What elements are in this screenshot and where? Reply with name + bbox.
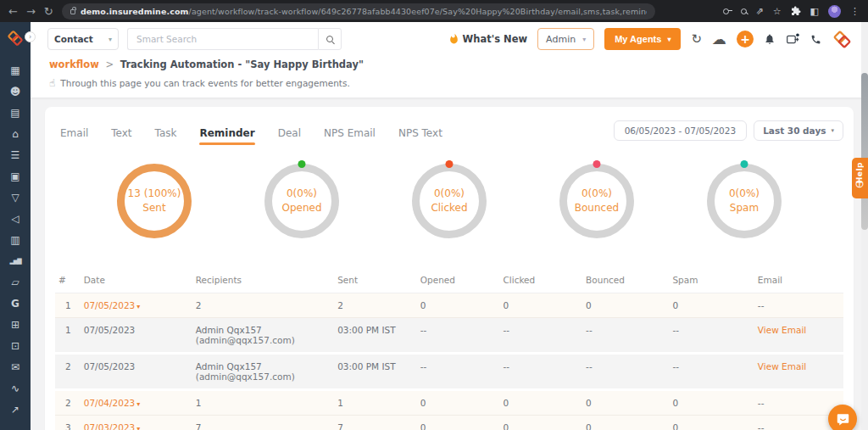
add-new-button[interactable]: + [737, 31, 754, 47]
search-button[interactable] [318, 28, 342, 50]
share-icon[interactable]: ⇗ [756, 7, 764, 16]
table-body: 107/05/2023▾220000--107/05/2023Admin Qqx… [55, 293, 843, 430]
tracking-card: EmailTextTaskReminderDealNPS EmailNPS Te… [45, 107, 854, 430]
agency-icon: ⌂ [12, 128, 19, 140]
column-header-num: # [55, 267, 81, 293]
breadcrumb-workflow-link[interactable]: workflow [49, 59, 99, 70]
sidebar-item-files[interactable]: ▱ [0, 271, 31, 293]
my-agents-button[interactable]: My Agents ▾ [604, 28, 681, 50]
view-email-link[interactable]: View Email [758, 325, 806, 335]
column-header-clicked: Clicked [499, 267, 582, 293]
menu-dots-icon[interactable]: ⋮ [850, 7, 860, 16]
table-row: 307/03/2023▾770000-- [55, 416, 843, 430]
sidebar-item-dashboard[interactable]: ▦ [0, 59, 31, 81]
contacts-icon: ☻ [10, 86, 21, 98]
date-range-input[interactable]: 06/05/2023 - 07/05/2023 [614, 120, 748, 141]
sidebar-item-contacts[interactable]: ☻ [0, 81, 31, 102]
cell-date: 07/05/2023 [81, 354, 192, 390]
sidebar-item-pipelines[interactable]: ☰ [0, 144, 31, 165]
cell-sent: 03:00 PM IST [334, 354, 417, 390]
view-email-link[interactable]: View Email [758, 361, 806, 371]
tab-text[interactable]: Text [111, 127, 131, 145]
tab-nps-email[interactable]: NPS Email [324, 127, 376, 145]
table-row: 107/05/2023▾220000-- [55, 293, 843, 318]
tab-bar: EmailTextTaskReminderDealNPS EmailNPS Te… [60, 127, 442, 145]
donut-label: Sent [128, 201, 181, 215]
phone-icon[interactable] [810, 34, 821, 45]
cell-recipients: Admin Qqx157(admin@qqx157.com) [192, 318, 334, 354]
date-expand-link[interactable]: 07/04/2023▾ [84, 398, 141, 408]
reload-icon[interactable]: ↻ [44, 5, 53, 18]
sidebar-item-contact-card[interactable]: ▣ [0, 165, 31, 187]
date-expand-link[interactable]: 07/03/2023▾ [84, 422, 141, 430]
cell-spam: -- [669, 354, 754, 390]
sidebar-item-reports[interactable]: ↗ [0, 399, 31, 420]
cell-bounced: -- [582, 354, 669, 390]
bookmark-star-icon[interactable]: ☆ [773, 7, 782, 16]
donut-ring-sent: 13 (100%)Sent [117, 164, 192, 238]
cloud-backup-icon[interactable]: ☁ [712, 32, 726, 47]
sync-icon[interactable]: ↻ [691, 33, 702, 46]
donut-ring-bounced: 0(0%)Bounced [559, 164, 634, 238]
search-input[interactable] [127, 28, 318, 50]
scrollbar-thumb[interactable] [861, 73, 868, 230]
notifications-bell-icon[interactable] [764, 33, 776, 45]
extensions-puzzle-icon[interactable] [791, 6, 801, 16]
cell-sent: 1 [334, 390, 417, 416]
sidebar-item-calendar[interactable]: ⊡ [0, 335, 31, 356]
sidebar-item-google[interactable]: G [0, 293, 31, 314]
message-export-icon[interactable] [786, 33, 800, 46]
contact-dropdown[interactable]: Contact ▾ [47, 28, 119, 50]
browser-profile-avatar[interactable] [828, 5, 841, 18]
sidebar-item-email[interactable]: ✉ [0, 356, 31, 377]
email-icon: ✉ [11, 361, 19, 373]
calendar-icon: ⊡ [11, 340, 19, 352]
sidebar-item-campaigns[interactable]: ◁ [0, 208, 31, 229]
sidebar-item-policies[interactable]: ▤ [0, 102, 31, 123]
date-preset-dropdown[interactable]: Last 30 days ▾ [754, 120, 843, 141]
insuredmine-logo-icon[interactable] [832, 29, 853, 50]
zoom-icon[interactable] [741, 8, 747, 14]
pointer-hand-icon: ☝ [49, 77, 55, 89]
sidebar-item-agency[interactable]: ⌂ [0, 123, 31, 144]
admin-dropdown-label: Admin [546, 34, 576, 45]
tab-nps-text[interactable]: NPS Text [398, 127, 442, 145]
page-scrollbar [861, 22, 868, 430]
cell-num: 2 [55, 354, 81, 390]
date-preset-label: Last 30 days [763, 126, 826, 136]
analytics-icon: ▂▅▇ [9, 258, 20, 265]
files-icon: ▱ [11, 276, 19, 288]
sidebar-item-funnel[interactable]: ▽ [0, 187, 31, 208]
cell-sent: 03:00 PM IST [334, 318, 417, 354]
tab-deal[interactable]: Deal [278, 127, 301, 145]
sidebar-collapse-toggle[interactable]: › [25, 31, 36, 42]
donut-label: Bounced [575, 201, 619, 215]
insuredmine-logo-icon[interactable] [6, 29, 25, 47]
whats-new-label: What's New [463, 33, 528, 45]
tab-reminder[interactable]: Reminder [199, 127, 254, 145]
browser-chrome: ← → ↻ demo.insuredmine.com/agent/workflo… [0, 0, 868, 22]
side-panel-icon[interactable]: ◧ [810, 7, 819, 16]
donut-ring-spam: 0(0%)Spam [707, 164, 782, 238]
date-expand-link[interactable]: 07/05/2023▾ [84, 300, 141, 310]
whats-new-link[interactable]: What's New [448, 33, 528, 45]
cell-spam: 0 [669, 390, 754, 416]
tab-email[interactable]: Email [60, 127, 88, 145]
help-tab[interactable]: ⓘ Help [852, 158, 868, 198]
lock-icon [70, 9, 75, 14]
chat-widget-button[interactable] [828, 405, 857, 430]
sidebar-item-templates[interactable]: ▥ [0, 229, 31, 250]
admin-dropdown[interactable]: Admin ▾ [537, 28, 594, 50]
page-title: Tracking Automation - "Say Happy Birthda… [120, 59, 364, 70]
password-key-icon[interactable] [723, 9, 732, 13]
sidebar-item-analytics[interactable]: ▂▅▇ [0, 250, 31, 271]
esign-icon: ∿ [11, 383, 19, 394]
sidebar-item-table[interactable]: ⊞ [0, 314, 31, 335]
cell-spam: 0 [669, 416, 754, 430]
back-icon[interactable]: ← [8, 5, 18, 18]
url-bar[interactable]: demo.insuredmine.com/agent/workflow/trac… [62, 3, 655, 20]
tab-task[interactable]: Task [155, 127, 177, 145]
cell-email: -- [754, 293, 843, 318]
forward-icon[interactable]: → [26, 5, 36, 18]
sidebar-item-esign[interactable]: ∿ [0, 377, 31, 399]
